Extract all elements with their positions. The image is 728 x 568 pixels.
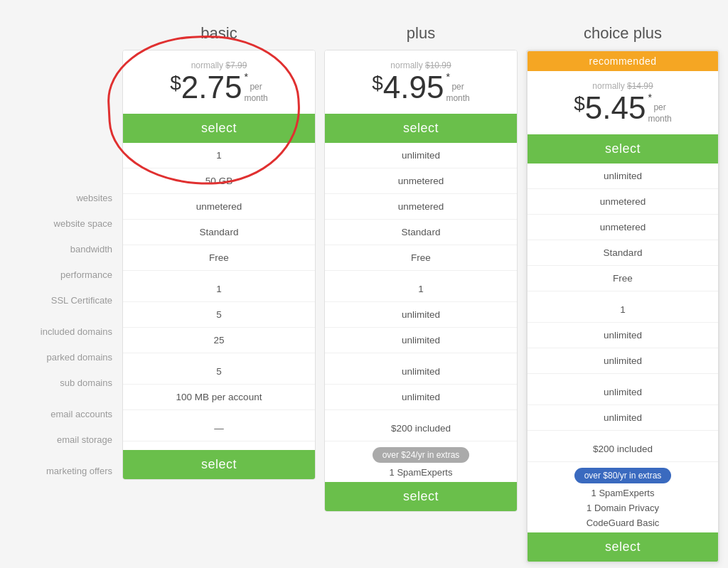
plan-choice-plus-extras: over $80/yr in extras 1 SpamExperts 1 Do…	[528, 462, 718, 532]
plus-spamexperts: 1 SpamExperts	[390, 467, 453, 478]
plan-plus-header: normally $10.99 $ 4.95 * permonth	[325, 50, 517, 114]
basic-performance: Standard	[123, 220, 315, 245]
choice-domain-privacy: 1 Domain Privacy	[587, 503, 659, 513]
plan-plus-title: plus	[324, 14, 518, 50]
plus-included-domains: 1	[325, 277, 517, 302]
plan-plus-price-row: $ 4.95 * permonth	[332, 72, 510, 107]
plan-plus: plus normally $10.99 $ 4.95 * permonth	[324, 14, 518, 512]
plan-plus-per: * permonth	[446, 72, 469, 107]
plan-basic-header: normally $7.99 $ 2.75 * permonth	[123, 50, 315, 114]
plan-choice-plus-card: recommended normally $14.99 $ 5.45 * per…	[526, 50, 719, 563]
label-email-accounts: email accounts	[9, 401, 122, 427]
plan-choice-plus-per: * permonth	[648, 92, 671, 127]
plan-choice-plus-select-bottom[interactable]: select	[528, 532, 718, 562]
choice-spamexperts: 1 SpamExperts	[592, 488, 655, 498]
plan-choice-plus-amount: 5.45	[585, 92, 646, 124]
plus-marketing: $200 included	[325, 416, 517, 441]
plan-choice-plus-currency: $	[574, 94, 585, 114]
plan-plus-features: unlimited unmetered unmetered Standard F…	[325, 143, 517, 441]
basic-included-domains: 1	[123, 277, 315, 302]
plus-email-accounts: unlimited	[325, 359, 517, 385]
label-website-space: website space	[9, 210, 122, 236]
plus-performance: Standard	[325, 220, 517, 245]
label-bandwidth: bandwidth	[9, 236, 122, 262]
choice-email-storage: unlimited	[528, 405, 718, 431]
plan-plus-select-bottom[interactable]: select	[325, 482, 517, 511]
choice-performance: Standard	[528, 240, 718, 266]
plan-basic: basic normally $7.99 $ 2.75 * permonth	[122, 14, 316, 480]
choice-included-domains: 1	[528, 297, 718, 323]
plus-sub-domains: unlimited	[325, 328, 517, 353]
label-sub-domains: sub domains	[9, 370, 122, 395]
plans-container: basic normally $7.99 $ 2.75 * permonth	[122, 14, 719, 563]
plan-basic-select-top[interactable]: select	[123, 114, 315, 143]
plan-plus-normally: normally $10.99	[332, 60, 510, 70]
plan-basic-features: 1 50 GB unmetered Standard Free 1 5 25 5…	[123, 143, 315, 441]
plan-choice-plus-title: choice plus	[526, 14, 719, 50]
plan-choice-plus-features: unlimited unmetered unmetered Standard F…	[528, 164, 718, 462]
label-marketing-offers: marketing offers	[9, 458, 122, 483]
plan-basic-normally: normally $7.99	[130, 60, 308, 70]
choice-plus-extras-badge: over $80/yr in extras	[574, 468, 672, 483]
choice-codeguard: CodeGuard Basic	[587, 518, 660, 528]
label-parked-domains: parked domains	[9, 344, 122, 370]
plus-website-space: unmetered	[325, 168, 517, 194]
basic-marketing: —	[123, 416, 315, 441]
choice-ssl: Free	[528, 266, 718, 291]
basic-parked-domains: 5	[123, 302, 315, 328]
plus-extras-badge: over $24/yr in extras	[373, 447, 470, 463]
label-performance: performance	[9, 262, 122, 287]
plan-basic-card: normally $7.99 $ 2.75 * permonth select …	[122, 50, 316, 480]
plan-choice-plus-select-top[interactable]: select	[528, 134, 718, 164]
basic-sub-domains: 25	[123, 328, 315, 353]
basic-websites: 1	[123, 143, 315, 168]
plus-bandwidth: unmetered	[325, 194, 517, 220]
choice-websites: unlimited	[528, 164, 718, 189]
plus-websites: unlimited	[325, 143, 517, 168]
recommended-badge: recommended	[528, 51, 718, 71]
choice-parked-domains: unlimited	[528, 323, 718, 348]
choice-bandwidth: unmetered	[528, 215, 718, 240]
basic-ssl: Free	[123, 245, 315, 271]
plan-basic-currency: $	[170, 73, 181, 93]
label-ssl: SSL Certificate	[9, 287, 122, 313]
plan-plus-select-top[interactable]: select	[325, 114, 517, 143]
plus-ssl: Free	[325, 245, 517, 271]
plan-basic-per: * permonth	[244, 72, 267, 107]
feature-labels: websites website space bandwidth perform…	[9, 14, 122, 483]
plan-choice-plus-header: normally $14.99 $ 5.45 * permonth	[528, 71, 718, 134]
basic-bandwidth: unmetered	[123, 194, 315, 220]
label-email-storage: email storage	[9, 427, 122, 452]
plan-plus-amount: 4.95	[383, 72, 444, 103]
plan-basic-title: basic	[122, 14, 316, 50]
plan-plus-extras: over $24/yr in extras 1 SpamExperts	[325, 441, 517, 482]
plus-email-storage: unlimited	[325, 385, 517, 410]
basic-email-storage: 100 MB per account	[123, 385, 315, 410]
plus-parked-domains: unlimited	[325, 302, 517, 328]
choice-marketing: $200 included	[528, 436, 718, 462]
plan-basic-amount: 2.75	[181, 72, 242, 103]
plan-choice-plus-price-row: $ 5.45 * permonth	[535, 92, 711, 127]
choice-sub-domains: unlimited	[528, 348, 718, 374]
plan-plus-card: normally $10.99 $ 4.95 * permonth select…	[324, 50, 518, 512]
choice-email-accounts: unlimited	[528, 380, 718, 405]
plan-basic-price-row: $ 2.75 * permonth	[130, 72, 308, 107]
basic-email-accounts: 5	[123, 359, 315, 385]
label-websites: websites	[9, 185, 122, 210]
choice-website-space: unmetered	[528, 189, 718, 215]
pricing-page: websites website space bandwidth perform…	[9, 14, 719, 563]
plan-choice-plus-normally: normally $14.99	[535, 81, 711, 91]
plan-plus-currency: $	[372, 73, 383, 93]
label-included-domains: included domains	[9, 318, 122, 344]
plan-choice-plus: choice plus recommended normally $14.99 …	[526, 14, 719, 563]
basic-website-space: 50 GB	[123, 168, 315, 194]
plan-basic-select-bottom[interactable]: select	[123, 450, 315, 479]
